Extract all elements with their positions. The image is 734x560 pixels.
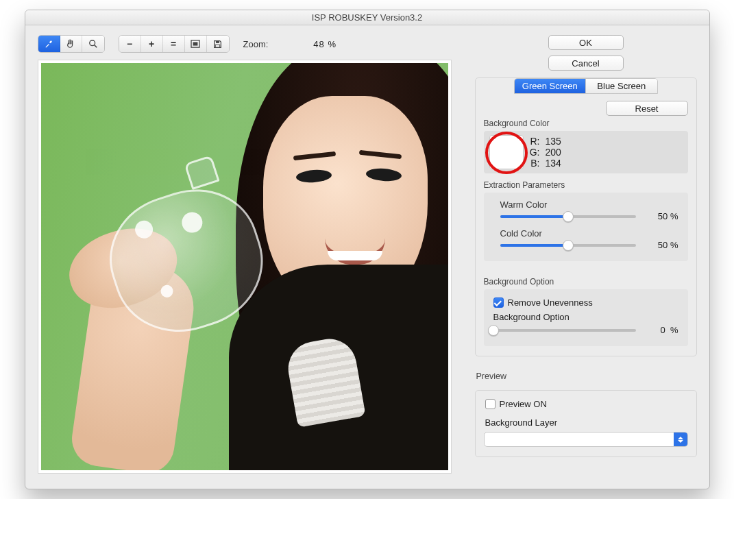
bgopt-slider[interactable] [493, 329, 636, 332]
warm-slider[interactable] [500, 215, 636, 218]
warm-label: Warm Color [500, 199, 680, 210]
bgcolor-r: 135 [546, 136, 561, 147]
bgcolor-swatch[interactable] [489, 135, 524, 169]
reset-button[interactable]: Reset [606, 101, 688, 116]
plus-icon: + [149, 38, 154, 49]
zoom-group: − + = [119, 35, 230, 53]
right-panel: OK Cancel Green Screen Blue Screen Reset… [475, 35, 697, 474]
eyedropper-tool[interactable] [38, 36, 60, 52]
bgcolor-b: 134 [546, 158, 561, 169]
bgopt-well: Remove Unevenness Background Option 0 % [484, 289, 688, 346]
bgcolor-readout: R:135 G:200 B:134 [528, 136, 561, 169]
bg-layer-select[interactable] [484, 432, 688, 447]
minus-icon: − [127, 38, 132, 49]
svg-rect-3 [193, 42, 198, 45]
equals-icon: = [171, 38, 176, 49]
bgopt-value: 0 % [643, 325, 678, 335]
screen-panel: Green Screen Blue Screen Reset Backgroun… [475, 77, 697, 356]
zoom-out-button[interactable]: − [119, 36, 141, 52]
warm-value: 50 % [643, 211, 678, 221]
ok-button[interactable]: OK [548, 35, 624, 50]
extract-section-label: Extraction Parameters [484, 180, 688, 190]
zoom-fit-button[interactable]: = [163, 36, 185, 52]
bgcolor-section-label: Background Color [484, 119, 688, 128]
extract-well: Warm Color 50 % Cold Color 50 % [484, 193, 688, 261]
preview-panel: Preview ON Background Layer [475, 390, 697, 457]
cold-label: Cold Color [500, 228, 680, 239]
window-title: ISP ROBUSKEY Version3.2 [312, 12, 422, 23]
save-preset-button[interactable] [207, 36, 229, 52]
left-panel: − + = Zoom: 48 [38, 35, 463, 474]
zoom-label: Zoom: [243, 39, 269, 49]
save-icon [213, 40, 222, 49]
svg-line-1 [94, 45, 97, 48]
preview-section-label: Preview [476, 372, 697, 381]
bgopt-section-label: Background Option [484, 277, 688, 287]
hand-icon [66, 39, 75, 49]
fullscreen-icon [191, 40, 200, 48]
hand-tool[interactable] [60, 36, 82, 52]
zoom-actual-button[interactable] [185, 36, 207, 52]
remove-unevenness-label: Remove Unevenness [508, 297, 593, 308]
title-bar: ISP ROBUSKEY Version3.2 [25, 10, 709, 25]
bgopt-slider-label: Background Option [493, 312, 680, 322]
preview-frame [38, 60, 452, 474]
svg-rect-4 [216, 40, 219, 42]
preview-on-label: Preview ON [500, 399, 547, 409]
zoom-in-button[interactable]: + [141, 36, 163, 52]
bgcolor-well: R:135 G:200 B:134 [484, 131, 688, 173]
cold-slider[interactable] [500, 244, 636, 247]
eyedropper-icon [44, 39, 53, 49]
preview-on-checkbox[interactable] [485, 399, 496, 409]
cold-value: 50 % [643, 240, 678, 250]
chevron-updown-icon [674, 433, 687, 446]
tab-green-screen[interactable]: Green Screen [515, 79, 587, 93]
screen-tabs: Green Screen Blue Screen [514, 78, 658, 94]
zoom-value: 48 % [313, 39, 337, 49]
svg-point-0 [89, 40, 95, 46]
toolbar: − + = Zoom: 48 [38, 35, 463, 53]
bg-layer-label: Background Layer [485, 417, 688, 428]
preview-image[interactable] [41, 63, 448, 470]
remove-unevenness-checkbox[interactable] [493, 297, 504, 308]
bgcolor-g: 200 [546, 147, 561, 158]
cancel-button[interactable]: Cancel [548, 56, 624, 71]
tool-group [38, 35, 105, 53]
tab-blue-screen[interactable]: Blue Screen [586, 79, 657, 93]
zoom-tool[interactable] [82, 36, 104, 52]
plugin-window: ISP ROBUSKEY Version3.2 [25, 10, 710, 489]
magnifier-icon [88, 39, 98, 49]
